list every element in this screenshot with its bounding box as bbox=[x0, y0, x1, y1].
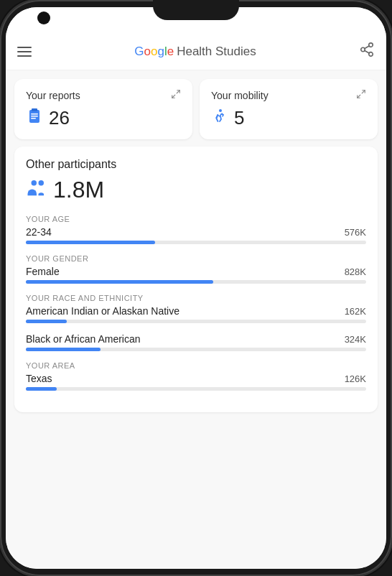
participants-card: Other participants 1.8M YOUR AGE bbox=[14, 147, 378, 412]
participants-icon bbox=[26, 177, 47, 203]
reports-card-title: Your reports bbox=[26, 90, 80, 101]
clipboard-icon bbox=[26, 108, 43, 129]
area-value: 126K bbox=[345, 373, 366, 384]
phone-notch bbox=[153, 0, 239, 20]
race-row-1: American Indian or Alaskan Native 162K bbox=[26, 305, 366, 317]
screen: Google Health Studies bbox=[6, 7, 386, 569]
main-content: Your reports bbox=[6, 70, 386, 569]
gender-bar-fill bbox=[26, 280, 213, 284]
svg-rect-11 bbox=[31, 118, 36, 119]
area-section: YOUR AREA Texas 126K bbox=[26, 361, 366, 391]
hamburger-menu-button[interactable] bbox=[17, 47, 32, 57]
svg-line-3 bbox=[365, 50, 369, 53]
reports-expand-icon[interactable] bbox=[171, 89, 181, 101]
share-button[interactable] bbox=[359, 42, 375, 61]
svg-line-12 bbox=[362, 90, 365, 93]
race-entry-1: American Indian or Alaskan Native 162K bbox=[26, 305, 366, 323]
mobility-card-value: 5 bbox=[211, 107, 366, 129]
gender-name: Female bbox=[26, 266, 60, 277]
area-label: YOUR AREA bbox=[26, 361, 366, 370]
race-section: YOUR RACE AND ETHNICITY American Indian … bbox=[26, 294, 366, 351]
svg-rect-9 bbox=[31, 113, 38, 115]
race-bar-track-1 bbox=[26, 320, 366, 323]
area-bar-track bbox=[26, 387, 366, 391]
phone-frame: Google Health Studies bbox=[0, 0, 392, 576]
svg-line-13 bbox=[358, 95, 360, 98]
age-value: 576K bbox=[345, 227, 366, 238]
mobility-card-header: Your mobility bbox=[211, 89, 366, 101]
svg-line-5 bbox=[177, 90, 179, 93]
race-name-2: Black or African American bbox=[26, 333, 141, 345]
svg-line-4 bbox=[365, 46, 369, 49]
svg-point-15 bbox=[32, 180, 37, 186]
race-value-1: 162K bbox=[345, 306, 366, 317]
age-bar-track bbox=[26, 241, 366, 244]
participants-title: Other participants bbox=[26, 158, 366, 171]
area-bar-fill bbox=[26, 387, 57, 391]
mobility-expand-icon[interactable] bbox=[356, 89, 366, 101]
reports-card-value: 26 bbox=[26, 107, 181, 129]
gender-value: 828K bbox=[345, 266, 366, 277]
race-bar-fill-1 bbox=[26, 320, 67, 323]
svg-rect-8 bbox=[32, 108, 37, 111]
top-cards-row: Your reports bbox=[14, 79, 378, 139]
age-bar-fill bbox=[26, 241, 155, 244]
race-row-2: Black or African American 324K bbox=[26, 333, 366, 345]
race-label: YOUR RACE AND ETHNICITY bbox=[26, 294, 366, 302]
race-value-2: 324K bbox=[345, 334, 366, 345]
app-logo: Google Health Studies bbox=[134, 45, 256, 59]
race-entry-2: Black or African American 324K bbox=[26, 333, 366, 351]
svg-point-14 bbox=[219, 109, 222, 112]
area-name: Texas bbox=[26, 373, 52, 384]
gender-row: Female 828K bbox=[26, 266, 366, 277]
runner-icon bbox=[211, 108, 228, 129]
participants-count: 1.8M bbox=[26, 177, 366, 203]
race-bar-fill-2 bbox=[26, 348, 101, 351]
reports-count: 26 bbox=[49, 107, 70, 129]
participants-number: 1.8M bbox=[53, 177, 104, 203]
mobility-count: 5 bbox=[234, 107, 244, 129]
svg-line-6 bbox=[172, 95, 175, 98]
google-wordmark: Google bbox=[134, 45, 174, 59]
gender-section: YOUR GENDER Female 828K bbox=[26, 254, 366, 284]
reports-card-header: Your reports bbox=[26, 89, 181, 101]
age-row: 22-34 576K bbox=[26, 226, 366, 238]
race-bar-track-2 bbox=[26, 348, 366, 351]
age-name: 22-34 bbox=[26, 226, 52, 238]
camera-dot bbox=[37, 11, 50, 24]
reports-card: Your reports bbox=[14, 79, 192, 139]
gender-bar-track bbox=[26, 280, 366, 284]
age-section: YOUR AGE 22-34 576K bbox=[26, 215, 366, 244]
age-label: YOUR AGE bbox=[26, 215, 366, 223]
mobility-card: Your mobility bbox=[200, 79, 378, 139]
race-name-1: American Indian or Alaskan Native bbox=[26, 305, 179, 317]
svg-point-16 bbox=[39, 180, 45, 186]
area-row: Texas 126K bbox=[26, 373, 366, 384]
app-title: Health Studies bbox=[177, 45, 256, 59]
gender-label: YOUR GENDER bbox=[26, 254, 366, 263]
svg-rect-10 bbox=[31, 116, 38, 117]
mobility-card-title: Your mobility bbox=[211, 90, 269, 101]
